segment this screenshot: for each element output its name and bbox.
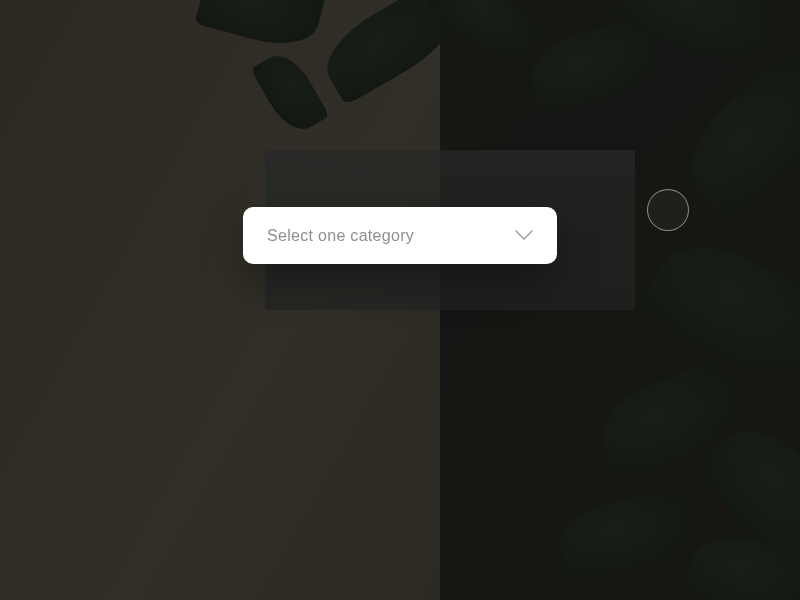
category-dropdown[interactable]: Select one category [243, 207, 557, 264]
dropdown-placeholder: Select one category [267, 227, 414, 245]
content-area: Select one category [0, 0, 800, 600]
chevron-down-icon [515, 227, 533, 245]
circle-indicator [647, 189, 689, 231]
